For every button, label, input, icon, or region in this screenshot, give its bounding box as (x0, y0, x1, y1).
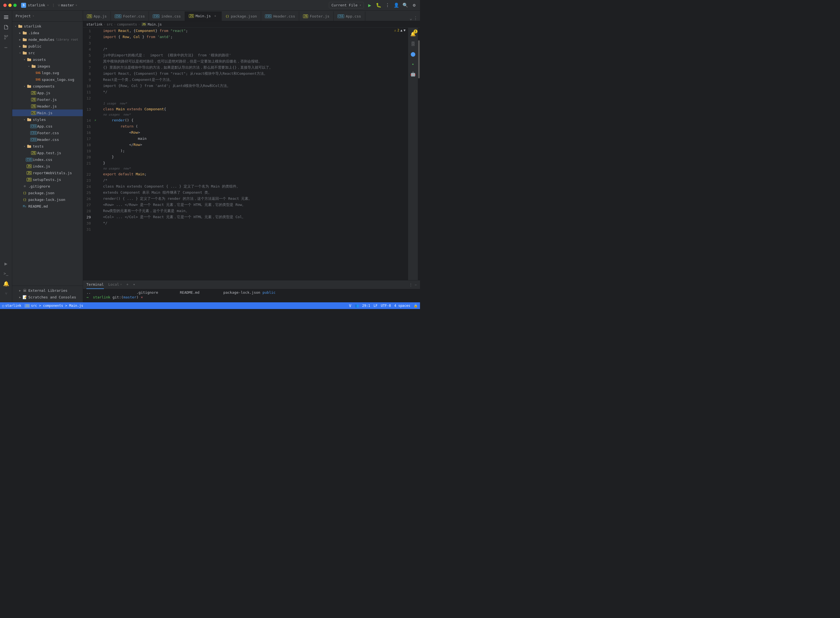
tree-item-appcss_f[interactable]: CSSApp.css (12, 123, 83, 129)
tree-item-assets[interactable]: ▾ assets (12, 56, 83, 63)
tab-indexcss[interactable]: CSSindex.css (149, 11, 185, 21)
tab-bar-actions: ⌄ ⋮ (407, 16, 420, 21)
tree-item-indexcss_f[interactable]: CSSindex.css (12, 156, 83, 163)
status-lock-icon[interactable]: 🔒 (414, 304, 418, 308)
activity-more-icon[interactable]: ⋯ (1, 43, 10, 52)
panel-tab-terminal[interactable]: Terminal (86, 280, 104, 289)
panel-tab-chevron[interactable]: ▾ (133, 280, 135, 289)
tree-item-mainjs_f[interactable]: JSMain.js (12, 110, 83, 116)
tab-overflow-icon[interactable]: ⌄ (410, 16, 412, 21)
label-styles: styles (33, 117, 46, 122)
tab-appjs[interactable]: JSApp.js (83, 11, 111, 21)
activity-notifications-icon[interactable]: 🔔 (1, 279, 10, 288)
scratches-consoles[interactable]: ▶ 📝 Scratches and Consoles (12, 294, 83, 300)
tab-more-icon[interactable]: ⋮ (413, 16, 418, 21)
code-text-16: <Row> (103, 129, 273, 135)
run-config-selector[interactable]: Current File ▾ (329, 2, 364, 8)
tree-item-footercss_f[interactable]: CSSFooter.css (12, 129, 83, 136)
panel-collapse-icon[interactable]: − (415, 283, 417, 287)
tree-item-images[interactable]: ▾ images (12, 63, 83, 70)
ai-icon[interactable]: ✦ (409, 60, 417, 68)
activity-terminal-icon[interactable]: >_ (1, 269, 10, 278)
status-line-ending[interactable]: LF (374, 304, 377, 308)
panel-tab-local-close[interactable]: × (120, 283, 122, 286)
database-icon[interactable]: 🗄 (409, 40, 417, 48)
tree-item-footerjs_f[interactable]: JSFooter.js (12, 96, 83, 103)
arrow-components: ▾ (22, 84, 27, 88)
tree-item-headercss_f[interactable]: CSSHeader.css (12, 136, 83, 143)
close-button[interactable] (3, 4, 7, 7)
breadcrumb-mainjs[interactable]: JS Main.js (141, 22, 162, 27)
settings-button[interactable]: ⚙ (412, 3, 417, 8)
external-libraries[interactable]: ▶ 🏛 External Libraries (12, 287, 83, 294)
editor-content[interactable]: ⚠ 2 ▲ ▼ 1234567891011121314⚡151617181920… (83, 28, 408, 280)
branch-selector[interactable]: ⑂ master ▾ (58, 3, 77, 7)
tree-item-logosvg[interactable]: SVGlogo.svg (12, 70, 83, 76)
tree-item-components[interactable]: ▾ components (12, 83, 83, 89)
tab-mainjs[interactable]: JSMain.js× (185, 11, 222, 21)
warning-bar[interactable]: ⚠ 2 ▲ ▼ (392, 28, 408, 32)
project-selector[interactable]: S starlink ▾ (21, 3, 49, 8)
tree-item-readmemd_f[interactable]: M↓README.md (12, 203, 83, 209)
status-path[interactable]: JS src > components > Main.js (24, 304, 83, 308)
status-collab[interactable]: 👥 (355, 304, 359, 308)
robot-icon[interactable]: 🤖 (409, 70, 417, 78)
activity-run-icon[interactable]: ▶ (1, 259, 10, 268)
account-button[interactable]: 👤 (394, 3, 399, 8)
minimize-button[interactable] (8, 4, 12, 7)
tree-item-reportwebvitalsjs_f[interactable]: JSreportWebVitals.js (12, 169, 83, 176)
warning-down-arrow[interactable]: ▼ (404, 28, 405, 32)
tree-item-node_modules[interactable]: ▶ node_moduleslibrary root (12, 36, 83, 43)
tree-item-tests[interactable]: ▾ tests (12, 143, 83, 150)
status-vcs[interactable]: V (349, 303, 351, 308)
tree-item-gitignore_f[interactable]: ⊘.gitignore (12, 183, 83, 190)
tab-footercss[interactable]: CSSFooter.css (111, 11, 149, 21)
tab-headercss[interactable]: CSSHeader.css (261, 11, 299, 21)
tree-item-src[interactable]: ▾ src (12, 49, 83, 56)
panel-tab-local[interactable]: Local × (108, 280, 122, 289)
tab-packagejson[interactable]: {}package.json (222, 11, 261, 21)
tab-footerjs[interactable]: JSFooter.js (299, 11, 334, 21)
notifications-icon[interactable]: 🔔 1 (409, 30, 417, 38)
activity-git2-icon[interactable]: ⑂ (1, 289, 10, 298)
breadcrumb-starlink[interactable]: starlink (86, 22, 102, 27)
breadcrumb-components[interactable]: components (117, 22, 137, 27)
status-project[interactable]: □ starlink (2, 304, 21, 308)
code-area[interactable]: import React, {Component} from "react";i… (99, 28, 277, 280)
activity-files-icon[interactable] (1, 23, 10, 32)
tree-item-indexjs_f[interactable]: JSindex.js (12, 163, 83, 169)
tab-appcss[interactable]: CSSApp.css (334, 11, 365, 21)
panel-more-icon[interactable]: ⋮ (409, 283, 413, 287)
tree-item-apptestjs_f[interactable]: JSApp.test.js (12, 150, 83, 156)
panel-tab-add[interactable]: + (126, 280, 129, 289)
tree-item-idea[interactable]: ▶ .idea (12, 30, 83, 36)
tree-item-spacex_logosvg[interactable]: SVGspacex_logo.svg (12, 76, 83, 83)
tree-item-styles[interactable]: ▾ styles (12, 116, 83, 123)
editor-scrollbar[interactable] (418, 28, 420, 280)
maximize-button[interactable] (13, 4, 17, 7)
tree-item-packagelockjson_f[interactable]: {}package-lock.json (12, 196, 83, 203)
tree-item-appjs_f[interactable]: JSApp.js (12, 89, 83, 96)
debug-button[interactable]: 🐛 (376, 3, 381, 8)
status-encoding[interactable]: UTF-8 (381, 304, 391, 308)
warning-up-arrow[interactable]: ▲ (401, 28, 402, 32)
code-text-14: render() { (103, 117, 273, 123)
search-button[interactable]: 🔍 (403, 3, 408, 8)
status-position[interactable]: 29:1 (362, 304, 370, 308)
gutter-icon-5 (93, 52, 98, 58)
tree-item-headerjs_f[interactable]: JSHeader.js (12, 103, 83, 110)
tree-item-starlink[interactable]: ▾ starlink (12, 23, 83, 30)
activity-project-icon[interactable] (1, 13, 10, 22)
gutter-icon-11 (93, 89, 98, 95)
tab-close-mainjs[interactable]: × (213, 13, 218, 18)
plugin1-icon[interactable]: ⬤ (409, 50, 417, 58)
tree-item-packagejson_f[interactable]: {}package.json (12, 190, 83, 196)
tree-item-setuptestsjs_f[interactable]: JSsetupTests.js (12, 176, 83, 183)
run-button[interactable]: ▶ (367, 3, 372, 8)
gutter-icon-21 (93, 160, 98, 166)
more-button[interactable]: ⋮ (385, 3, 390, 8)
status-indent[interactable]: 4 spaces (394, 304, 410, 308)
activity-git-icon[interactable] (1, 33, 10, 42)
breadcrumb-src[interactable]: src (107, 22, 113, 27)
tree-item-public[interactable]: ▶ public (12, 43, 83, 49)
